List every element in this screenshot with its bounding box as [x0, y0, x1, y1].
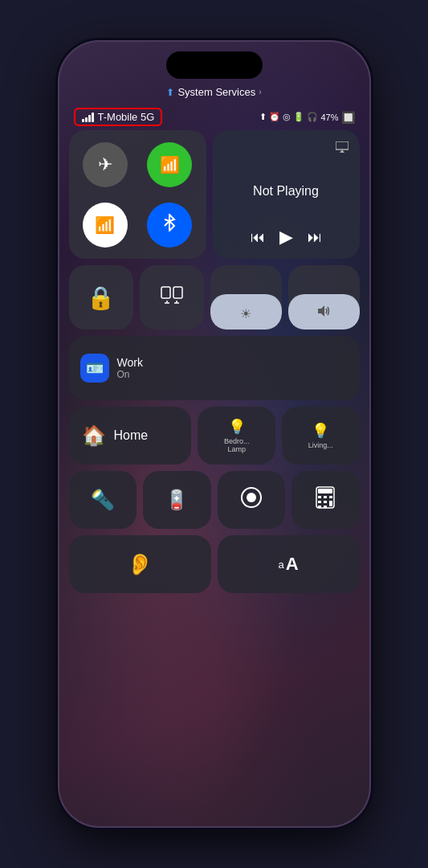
record-icon: [240, 486, 263, 514]
svg-rect-9: [318, 489, 332, 493]
mirror-icon: [161, 286, 183, 309]
id-card-icon: 🪪: [86, 359, 104, 377]
text-size-button[interactable]: a A: [218, 535, 360, 593]
calculator-button[interactable]: [291, 471, 360, 529]
brightness-icon: ☀: [240, 306, 251, 321]
svg-rect-10: [318, 496, 321, 498]
airplane-mode-button[interactable]: ✈: [83, 142, 128, 187]
home-button[interactable]: 🏠 Home: [69, 407, 192, 465]
battery-tool-icon: 🪫: [165, 489, 189, 511]
text-small-label: a: [278, 559, 283, 571]
screen-lock-button[interactable]: 🔒: [69, 265, 133, 330]
brightness-slider[interactable]: ☀: [210, 265, 282, 330]
text-large-label: A: [286, 554, 299, 575]
focus-text: Work On: [117, 356, 143, 380]
bedroom-lamp-button[interactable]: 💡 Bedro...Lamp: [198, 407, 275, 465]
focus-icon: 🪪: [80, 354, 109, 383]
play-button[interactable]: ▶: [279, 227, 293, 248]
volume-icon: [316, 304, 331, 321]
screen-mirror-button[interactable]: [140, 265, 204, 330]
screen-record-button[interactable]: [218, 471, 286, 529]
home-icon: 🏠: [82, 424, 106, 447]
media-controls: ⏮ ▶ ⏭: [224, 227, 349, 248]
row-lock-sliders: 🔒: [69, 265, 360, 330]
ear-icon: 👂: [127, 552, 153, 577]
cellular-icon: 📶: [160, 155, 180, 174]
svg-rect-12: [329, 496, 332, 498]
svg-rect-17: [324, 506, 327, 508]
row-accessibility: 👂 a A: [69, 535, 360, 593]
bluetooth-icon: [163, 214, 176, 236]
system-services-label: System Services: [177, 86, 255, 98]
cellular-button[interactable]: 📶: [147, 142, 192, 187]
previous-button[interactable]: ⏮: [251, 229, 265, 246]
wifi-icon: 📶: [95, 215, 115, 235]
sync-icon: ◎: [283, 112, 291, 122]
flashlight-icon: 🔦: [91, 489, 115, 511]
svg-point-7: [247, 493, 256, 502]
row-home: 🏠 Home 💡 Bedro...Lamp 💡 Living...: [69, 407, 360, 465]
chevron-right-icon: ›: [259, 88, 261, 96]
carrier-bar: T-Mobile 5G ⬆ ⏰ ◎ 🔋 🎧 47% 🔲: [59, 108, 369, 126]
home-label: Home: [114, 428, 149, 443]
carrier-name: T-Mobile 5G: [98, 111, 155, 123]
calculator-icon: [316, 486, 335, 514]
status-icons-right: ⬆ ⏰ ◎ 🔋 🎧 47% 🔲: [259, 111, 354, 124]
svg-rect-13: [318, 501, 321, 503]
battery-graphic: 🔲: [341, 111, 355, 124]
carrier-badge[interactable]: T-Mobile 5G: [74, 108, 163, 126]
lamp-icon-bedroom: 💡: [228, 418, 246, 436]
lock-rotation-icon: 🔒: [87, 285, 115, 311]
row-connectivity-media: ✈ 📶 📶: [69, 130, 360, 259]
svg-rect-0: [161, 287, 170, 298]
hearing-button[interactable]: 👂: [69, 535, 211, 593]
living-label: Living...: [308, 441, 333, 449]
signal-bars: [82, 113, 94, 122]
control-center: ✈ 📶 📶: [69, 130, 360, 810]
focus-label: Work: [117, 356, 143, 369]
battery-pct: 47%: [320, 113, 338, 122]
svg-rect-1: [173, 287, 182, 298]
row-tools: 🔦 🪫: [69, 471, 360, 529]
focus-sublabel: On: [117, 369, 143, 380]
svg-rect-16: [318, 506, 321, 508]
svg-rect-15: [329, 501, 332, 506]
headphone-icon: 🎧: [307, 112, 318, 122]
lamp-icon-living: 💡: [312, 422, 329, 440]
battery-button[interactable]: 🪫: [143, 471, 211, 529]
battery-icon: 🔋: [293, 112, 304, 122]
svg-rect-14: [324, 501, 327, 503]
status-bar: ⬆ System Services ›: [59, 86, 369, 98]
bedroom-label: Bedro...Lamp: [224, 437, 250, 453]
next-button[interactable]: ⏭: [308, 229, 322, 246]
alarm-icon: ⏰: [269, 112, 280, 122]
living-lamp-button[interactable]: 💡 Living...: [282, 407, 360, 465]
media-player[interactable]: Not Playing ⏮ ▶ ⏭: [213, 130, 360, 259]
wifi-button[interactable]: 📶: [83, 203, 128, 248]
gps-icon: ⬆: [166, 87, 174, 98]
flashlight-button[interactable]: 🔦: [69, 471, 137, 529]
media-title: Not Playing: [224, 155, 349, 227]
focus-button[interactable]: 🪪 Work On: [69, 336, 360, 400]
location-icon: ⬆: [259, 112, 267, 122]
airplane-icon: ✈: [98, 154, 112, 175]
volume-slider[interactable]: [288, 265, 360, 330]
airplay-icon[interactable]: [336, 141, 349, 155]
phone-frame: ⬆ System Services › T-Mobile 5G: [58, 40, 371, 828]
bluetooth-button[interactable]: [147, 203, 192, 248]
row-focus: 🪪 Work On: [69, 336, 360, 400]
connectivity-grid: ✈ 📶 📶: [69, 130, 206, 259]
svg-rect-11: [324, 496, 327, 498]
dynamic-island: [166, 51, 263, 79]
